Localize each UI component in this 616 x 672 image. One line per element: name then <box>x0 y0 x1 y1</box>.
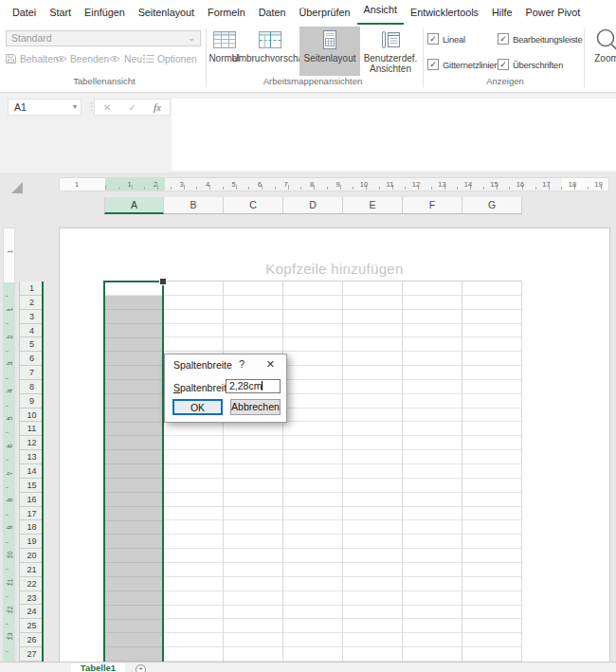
row-header-17[interactable]: 17 <box>19 507 44 521</box>
menu-tab-hilfe[interactable]: Hilfe <box>485 1 519 25</box>
column-width-input[interactable]: 2,28cm <box>226 379 281 393</box>
row-header-10[interactable]: 10 <box>19 409 44 423</box>
sheet-view-dropdown[interactable]: Standard ⌄ <box>6 30 201 46</box>
beenden-button[interactable]: Beenden <box>55 51 109 66</box>
cell-grid[interactable] <box>104 282 522 672</box>
fill-handle[interactable] <box>159 278 167 285</box>
column-header-f[interactable]: F <box>403 197 462 214</box>
neu-button[interactable]: Neu <box>109 51 142 66</box>
menu-tab-start[interactable]: Start <box>43 1 78 25</box>
row-header-6[interactable]: 6 <box>19 352 44 366</box>
cancel-icon[interactable]: ✕ <box>103 102 111 113</box>
row-header-16[interactable]: 16 <box>19 493 44 507</box>
sheet-tab-bar: Tabelle1 + <box>0 662 616 672</box>
ruler-tick <box>431 187 432 190</box>
ruler-tick <box>457 187 458 190</box>
normal-view-button[interactable]: Normal <box>208 27 241 76</box>
column-header-e[interactable]: E <box>343 197 403 214</box>
row-header-26[interactable]: 26 <box>19 633 44 647</box>
row-header-27[interactable]: 27 <box>19 647 44 662</box>
row-header-7[interactable]: 7 <box>19 366 44 380</box>
row-header-8[interactable]: 8 <box>19 380 44 394</box>
vertical-ruler-tick <box>6 378 9 379</box>
sheet-tab-tabelle1[interactable]: Tabelle1 <box>71 663 125 672</box>
name-box-dropdown-icon[interactable]: ▾ <box>73 100 77 115</box>
checkbox-überschriften[interactable]: ✓Überschriften <box>498 55 583 74</box>
column-header-c[interactable]: C <box>224 197 283 214</box>
checkbox-gitternetzlinien[interactable]: ✓Gitternetzlinien <box>427 55 498 74</box>
insert-function-icon[interactable]: fx <box>154 101 161 113</box>
ruler-margin-number: 1 <box>75 180 79 189</box>
row-header-25[interactable]: 25 <box>19 619 44 633</box>
row-header-4[interactable]: 4 <box>19 324 44 338</box>
ruler-tick <box>379 187 380 190</box>
show-group-checkboxes: ✓Lineal✓Bearbeitungsleiste✓Gitternetzlin… <box>427 29 583 73</box>
ruler-corner-triangle[interactable] <box>11 182 23 193</box>
row-header-3[interactable]: 3 <box>19 310 44 324</box>
column-header-b[interactable]: B <box>164 197 224 214</box>
benutzerdef-ansichten-label: Benutzerdef. Ansichten <box>362 53 419 74</box>
selection-border-top <box>103 281 164 282</box>
checkbox-icon[interactable]: ✓ <box>498 59 509 70</box>
menu-tab-datei[interactable]: Datei <box>6 1 43 25</box>
menu-tab-daten[interactable]: Daten <box>252 1 293 25</box>
menu-tab-seitenlayout[interactable]: Seitenlayout <box>132 1 201 25</box>
ruler-tick <box>405 187 406 190</box>
ruler-tick <box>300 187 301 190</box>
row-header-18[interactable]: 18 <box>19 520 44 535</box>
checkbox-lineal[interactable]: ✓Lineal <box>427 29 498 48</box>
row-header-23[interactable]: 23 <box>19 591 44 606</box>
menu-tab-entwicklertools[interactable]: Entwicklertools <box>404 1 485 25</box>
row-header-24[interactable]: 24 <box>19 605 44 619</box>
row-header-12[interactable]: 12 <box>19 436 44 450</box>
column-header-g[interactable]: G <box>462 197 522 214</box>
vertical-ruler-number: 12 <box>6 605 14 615</box>
row-header-22[interactable]: 22 <box>19 577 44 591</box>
enter-icon[interactable]: ✓ <box>129 102 136 113</box>
umbruchvorschau-button[interactable]: Umbruchvorschau <box>241 27 299 76</box>
formula-bar: A1 ▾ ⋮ ✕ ✓ fx <box>0 93 616 173</box>
menu-tab-einf-gen[interactable]: Einfügen <box>78 1 132 25</box>
benutzerdef-ansichten-button[interactable]: Benutzerdef. Ansichten <box>360 27 421 76</box>
checkbox-icon[interactable]: ✓ <box>427 59 439 70</box>
seitenlayout-button[interactable]: Seitenlayout <box>299 27 360 76</box>
zoom-button[interactable]: Zoom <box>588 27 616 83</box>
worksheet-area: 112345678910111213141516171819 ABCDEFG K… <box>0 173 616 672</box>
row-header-13[interactable]: 13 <box>19 450 44 464</box>
row-header-2[interactable]: 2 <box>19 296 44 310</box>
vertical-ruler-margin-number: 1 <box>6 246 14 257</box>
row-header-21[interactable]: 21 <box>19 563 44 577</box>
ok-button[interactable]: OK <box>172 399 223 415</box>
checkbox-bearbeitungsleiste[interactable]: ✓Bearbeitungsleiste <box>498 29 583 48</box>
page-header-placeholder[interactable]: Kopfzeile hinzufügen <box>159 261 510 277</box>
menu-tab-ansicht[interactable]: Ansicht <box>357 0 404 26</box>
name-box[interactable]: A1 ▾ <box>8 99 82 116</box>
row-header-19[interactable]: 19 <box>19 535 44 549</box>
grid-column-line <box>342 282 343 672</box>
menu-tab-formeln[interactable]: Formeln <box>201 1 252 25</box>
row-header-5[interactable]: 5 <box>19 337 44 352</box>
column-header-d[interactable]: D <box>283 197 343 214</box>
formula-bar-buttons: ✕ ✓ fx <box>94 99 171 116</box>
row-header-9[interactable]: 9 <box>19 394 44 409</box>
close-icon[interactable]: ✕ <box>266 358 275 371</box>
column-header-a[interactable]: A <box>104 197 164 214</box>
checkbox-icon[interactable]: ✓ <box>498 33 509 45</box>
dialog-help-button[interactable]: ? <box>239 358 245 370</box>
add-sheet-button[interactable]: + <box>136 664 146 672</box>
row-header-1[interactable]: 1 <box>19 282 44 296</box>
ruler-number: 11 <box>387 180 394 189</box>
cancel-button[interactable]: Abbrechen <box>230 399 281 415</box>
selected-column-cells[interactable] <box>105 296 163 672</box>
row-header-20[interactable]: 20 <box>19 549 44 563</box>
ruler-number: 1 <box>127 180 131 189</box>
optionen-button[interactable]: Optionen <box>142 51 197 66</box>
checkbox-icon[interactable]: ✓ <box>427 33 439 45</box>
row-header-11[interactable]: 11 <box>19 422 44 436</box>
menu-tab--berpr-fen[interactable]: Überprüfen <box>293 1 357 25</box>
row-header-15[interactable]: 15 <box>19 479 44 493</box>
behalten-button[interactable]: Behalten <box>5 51 59 66</box>
formula-input[interactable] <box>172 99 616 171</box>
menu-tab-power-pivot[interactable]: Power Pivot <box>519 1 588 25</box>
row-header-14[interactable]: 14 <box>19 464 44 479</box>
